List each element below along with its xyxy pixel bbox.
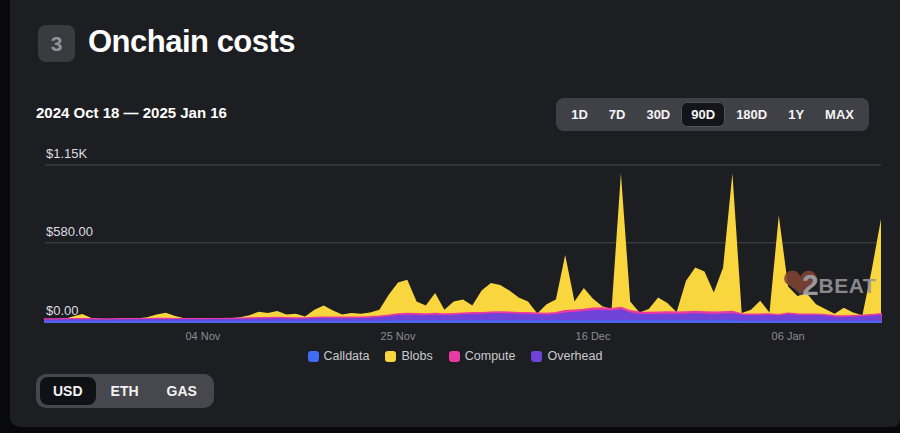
overhead-swatch-icon <box>531 351 542 362</box>
area-series-blobs <box>45 173 881 322</box>
unit-toggle-group: USDETHGAS <box>36 374 214 408</box>
x-axis-tick-label: 16 Dec <box>563 330 623 342</box>
x-axis-tick-label: 04 Nov <box>173 330 233 342</box>
x-axis-tick-label: 25 Nov <box>368 330 428 342</box>
compute-swatch-icon <box>449 351 460 362</box>
legend-label: Calldata <box>324 349 370 363</box>
legend-item-blobs[interactable]: Blobs <box>385 349 432 363</box>
legend-item-calldata[interactable]: Calldata <box>308 349 370 363</box>
unit-button-gas[interactable]: GAS <box>154 377 210 405</box>
unit-button-eth[interactable]: ETH <box>98 377 152 405</box>
y-axis-tick-label: $580.00 <box>46 224 93 239</box>
onchain-costs-card: 3 Onchain costs 2024 Oct 18 — 2025 Jan 1… <box>10 0 900 427</box>
unit-button-usd[interactable]: USD <box>40 377 96 405</box>
y-axis-tick-label: $0.00 <box>46 303 79 318</box>
legend-item-overhead[interactable]: Overhead <box>531 349 602 363</box>
area-series-calldata <box>45 321 881 322</box>
page: 3 Onchain costs 2024 Oct 18 — 2025 Jan 1… <box>0 0 900 433</box>
legend-label: Compute <box>465 349 516 363</box>
x-axis-tick-label: 06 Jan <box>758 330 818 342</box>
y-axis-tick-label: $1.15K <box>46 146 87 161</box>
blobs-swatch-icon <box>385 351 396 362</box>
chart-legend: CalldataBlobsComputeOverhead <box>10 349 900 363</box>
calldata-swatch-icon <box>308 351 319 362</box>
legend-item-compute[interactable]: Compute <box>449 349 516 363</box>
legend-label: Overhead <box>547 349 602 363</box>
legend-label: Blobs <box>401 349 432 363</box>
